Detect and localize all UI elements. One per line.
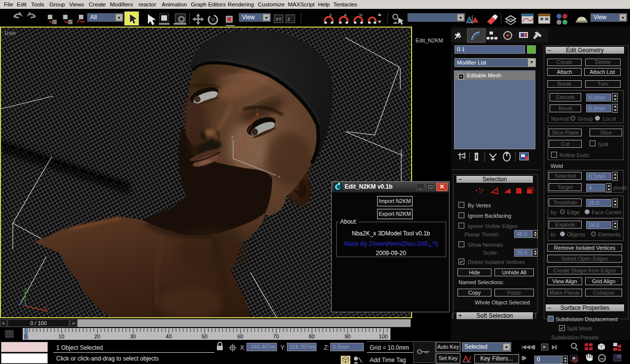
svg-text:50: 50 xyxy=(202,333,208,339)
svg-text:y: y xyxy=(27,288,29,293)
svg-text:XY: XY xyxy=(276,17,281,22)
svg-text:%: % xyxy=(359,13,362,17)
svg-text:60: 60 xyxy=(237,333,243,339)
svg-text:x: x xyxy=(278,174,280,179)
svg-text:0: 0 xyxy=(24,333,27,339)
svg-text:Y: Y xyxy=(256,108,259,113)
svg-text:3: 3 xyxy=(329,13,332,17)
svg-text:A: A xyxy=(344,13,347,17)
svg-text:x: x xyxy=(44,305,47,310)
svg-text:40: 40 xyxy=(166,333,172,339)
svg-text:10: 10 xyxy=(58,333,64,339)
svg-text:100: 100 xyxy=(379,333,387,339)
svg-text:Z: Z xyxy=(231,135,234,139)
svg-text:90: 90 xyxy=(345,333,350,339)
svg-text:70: 70 xyxy=(273,333,279,339)
svg-text:80: 80 xyxy=(309,333,315,339)
svg-text:20: 20 xyxy=(94,333,100,339)
svg-text:30: 30 xyxy=(130,333,136,339)
svg-text:Z: Z xyxy=(287,17,290,22)
